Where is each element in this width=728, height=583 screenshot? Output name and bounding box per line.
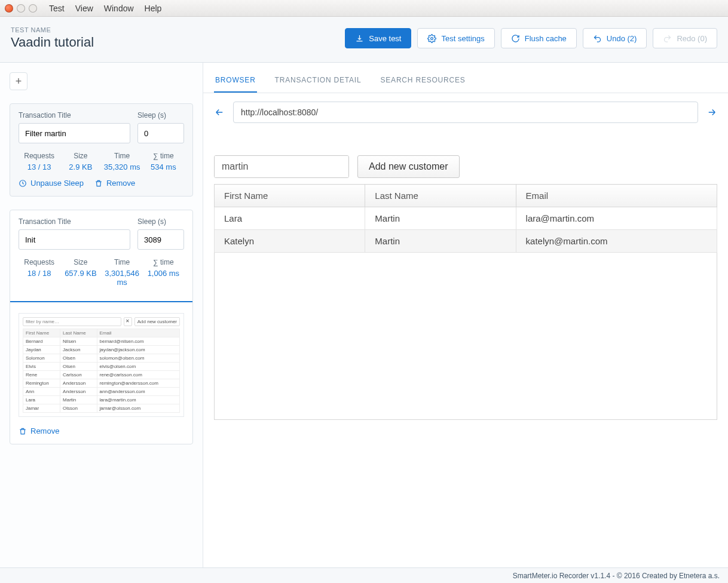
stat-val: 1,006 ms <box>143 269 184 278</box>
customer-filter-wrap: ✖ <box>214 155 349 178</box>
thumb-filter: filter by name… <box>23 317 121 326</box>
add-transaction-button[interactable]: + <box>10 72 27 90</box>
refresh-icon <box>511 34 520 43</box>
thumb-table: First Name Last Name Email BernardNilsen… <box>23 329 180 413</box>
window-maximize-button[interactable] <box>29 4 37 13</box>
transaction-title-input[interactable] <box>19 123 130 143</box>
window-close-button[interactable] <box>5 4 13 13</box>
thumb-row: BernardNilsenbernard@nilsen.com <box>23 337 180 346</box>
stat-hd: Requests <box>19 152 60 160</box>
thumb-cell: Lara <box>23 396 60 404</box>
thumb-cell: rene@carlsson.com <box>97 371 179 379</box>
svg-point-0 <box>431 37 433 39</box>
menu-test[interactable]: Test <box>49 4 65 13</box>
menu-help[interactable]: Help <box>145 4 162 13</box>
transaction-card[interactable]: Transaction Title Sleep (s) Requests18 /… <box>10 210 193 444</box>
customer-table: First Name Last Name Email LaraMartinlar… <box>214 184 717 253</box>
tab-transaction-detail[interactable]: TRANSACTION DETAIL <box>274 69 363 93</box>
clock-icon <box>19 179 27 188</box>
thumb-cell: Elvis <box>23 363 60 371</box>
trash-icon <box>19 427 27 435</box>
stat-hd: Size <box>60 258 101 266</box>
stat-hd: ∑ time <box>143 258 184 266</box>
browser-forward-button[interactable] <box>706 107 717 118</box>
tab-browser[interactable]: BROWSER <box>214 69 257 93</box>
stat-hd: Time <box>102 152 143 160</box>
redo-button: Redo (0) <box>653 28 717 48</box>
redo-icon <box>663 34 672 43</box>
thumb-cell: jaydan@jackson.com <box>97 346 179 354</box>
sleep-input[interactable] <box>137 229 184 250</box>
status-text: SmartMeter.io Recorder v1.1.4 - © 2016 C… <box>513 572 720 580</box>
os-titlebar: Test View Window Help <box>0 0 728 17</box>
thumb-cell: Nilsen <box>60 337 97 346</box>
table-row[interactable]: LaraMartinlara@martin.com <box>215 207 717 230</box>
thumb-cell: jamar@olsson.com <box>97 404 179 413</box>
table-row[interactable]: KatelynMartinkatelyn@martin.com <box>215 230 717 253</box>
thumb-row: ReneCarlssonrene@carlsson.com <box>23 371 180 379</box>
undo-label: Undo (2) <box>607 34 637 43</box>
arrow-right-icon <box>706 107 717 118</box>
undo-button[interactable]: Undo (2) <box>583 28 647 48</box>
add-customer-button[interactable]: Add new customer <box>357 155 460 178</box>
stat-val: 3,301,546 ms <box>102 269 143 287</box>
unpause-sleep-link[interactable]: Unpause Sleep <box>19 179 84 188</box>
customer-filter-input[interactable] <box>215 156 348 177</box>
thumb-clear-icon: ✕ <box>124 317 132 326</box>
transaction-screenshot: filter by name… ✕ Add new customer First… <box>19 313 184 417</box>
table-header-email[interactable]: Email <box>516 185 717 207</box>
table-header-first-name[interactable]: First Name <box>215 185 365 207</box>
test-name-label: TEST NAME <box>11 26 94 33</box>
stat-val: 35,320 ms <box>102 162 143 171</box>
remove-transaction-link[interactable]: Remove <box>19 426 59 435</box>
clear-filter-button[interactable]: ✖ <box>348 156 349 177</box>
thumb-cell: ann@andersson.com <box>97 388 179 396</box>
thumb-th: Email <box>97 329 179 337</box>
stat-val: 13 / 13 <box>19 162 60 171</box>
menu-view[interactable]: View <box>75 4 93 13</box>
thumb-cell: Carlsson <box>60 371 97 379</box>
stat-val: 657.9 KB <box>60 269 101 278</box>
thumb-cell: Jackson <box>60 346 97 354</box>
thumb-cell: bernard@nilsen.com <box>97 337 179 346</box>
test-settings-button[interactable]: Test settings <box>417 28 494 48</box>
thumb-cell: elvis@olsen.com <box>97 363 179 371</box>
transaction-card[interactable]: Transaction Title Sleep (s) Requests13 /… <box>10 103 193 197</box>
thumb-row: JaydanJacksonjaydan@jackson.com <box>23 346 180 354</box>
detail-tabs: BROWSER TRANSACTION DETAIL SEARCH RESOUR… <box>203 69 728 93</box>
stat-hd: ∑ time <box>143 152 184 160</box>
transaction-title-input[interactable] <box>19 229 130 250</box>
test-name-value: Vaadin tutorial <box>11 35 94 50</box>
thumb-cell: Remington <box>23 379 60 388</box>
save-test-button[interactable]: Save test <box>345 28 411 48</box>
stat-hd: Time <box>102 258 143 266</box>
unpause-sleep-label: Unpause Sleep <box>30 179 84 188</box>
thumb-cell: remington@andersson.com <box>97 379 179 388</box>
thumb-add-btn: Add new customer <box>134 317 180 326</box>
table-header-last-name[interactable]: Last Name <box>365 185 516 207</box>
redo-label: Redo (0) <box>677 34 707 43</box>
undo-icon <box>593 34 602 43</box>
tab-search-resources[interactable]: SEARCH RESOURCES <box>379 69 466 93</box>
thumb-cell: Andersson <box>60 379 97 388</box>
window-minimize-button[interactable] <box>17 4 25 13</box>
stat-val: 534 ms <box>143 162 184 171</box>
remove-transaction-link[interactable]: Remove <box>94 179 135 188</box>
transaction-sidebar: + Transaction Title Sleep (s) Requests13… <box>0 63 203 567</box>
gear-icon <box>427 34 436 43</box>
sleep-label: Sleep (s) <box>137 217 184 226</box>
menu-window[interactable]: Window <box>104 4 134 13</box>
sleep-input[interactable] <box>137 123 184 143</box>
transaction-title-label: Transaction Title <box>19 111 130 119</box>
flush-cache-button[interactable]: Flush cache <box>501 28 577 48</box>
thumb-cell: Martin <box>60 396 97 404</box>
save-test-label: Save test <box>369 34 401 43</box>
browser-back-button[interactable] <box>214 107 225 118</box>
table-cell: Katelyn <box>215 230 365 253</box>
table-empty-area <box>214 253 717 420</box>
detail-panel: BROWSER TRANSACTION DETAIL SEARCH RESOUR… <box>203 63 728 567</box>
thumb-cell: Ann <box>23 388 60 396</box>
stat-val: 18 / 18 <box>19 269 60 278</box>
table-cell: Martin <box>365 230 516 253</box>
url-input[interactable] <box>233 102 698 123</box>
